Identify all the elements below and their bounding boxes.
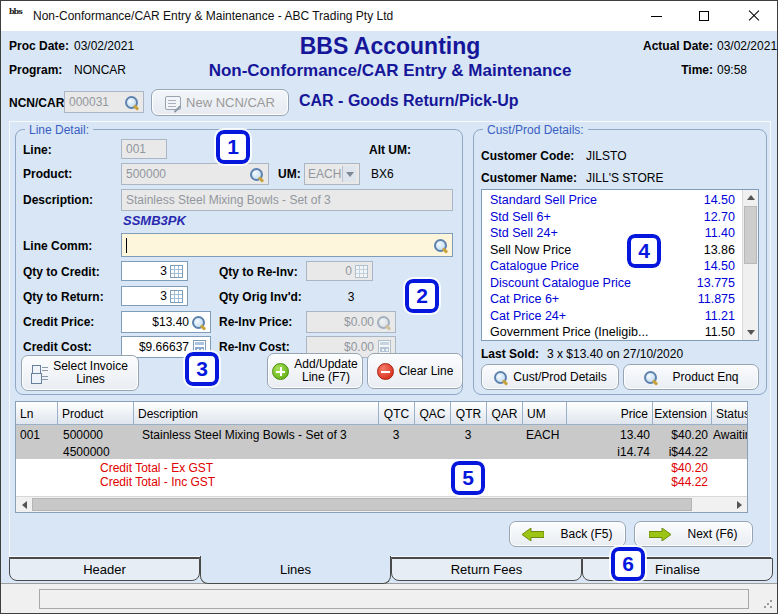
add-update-line-button[interactable]: Add/UpdateLine (F7)	[267, 353, 363, 389]
maximize-button[interactable]	[681, 1, 727, 31]
price-row[interactable]: Std Sell 24+11.40	[482, 225, 741, 242]
time-label: Time:	[633, 63, 713, 77]
search-icon	[643, 370, 658, 385]
price-search-icon[interactable]	[191, 315, 206, 330]
um-value: EACH	[308, 167, 341, 181]
qty-grid-icon[interactable]	[170, 265, 183, 278]
ncn-car-label: NCN/CAR:	[9, 96, 68, 110]
scroll-right-button[interactable]	[731, 497, 747, 512]
app-window: bbs Non-Conformance/CAR Entry & Maintena…	[0, 0, 778, 614]
cell-product: 500000	[63, 428, 129, 442]
tab-return-fees[interactable]: Return Fees	[391, 558, 582, 581]
next-button[interactable]: Next (F6)	[634, 521, 753, 547]
price-listbox[interactable]: Standard Sell Price14.50 Std Sell 6+12.7…	[481, 189, 759, 341]
triangle-up-icon	[747, 195, 755, 200]
ncn-car-input[interactable]: 000031	[64, 91, 144, 113]
scroll-down-button[interactable]	[743, 325, 759, 340]
cell-description: Stainless Steel Mixing Bowls - Set of 3	[142, 428, 378, 442]
scroll-left-button[interactable]	[16, 497, 32, 512]
annotation-1: 1	[216, 130, 250, 164]
annotation-5: 5	[451, 461, 485, 495]
product-label: Product:	[23, 167, 72, 181]
ncn-search-icon[interactable]	[124, 95, 139, 110]
scrollbar-thumb[interactable]	[744, 206, 757, 264]
qty-reinv-input[interactable]: 0	[306, 261, 373, 281]
col-header-price: Price	[566, 402, 652, 425]
new-ncn-car-button[interactable]: New NCN/CAR	[151, 89, 289, 116]
close-button[interactable]	[729, 1, 778, 31]
alt-um-label: Alt UM:	[369, 143, 411, 157]
credit-cost-label: Credit Cost:	[23, 340, 92, 354]
qty-credit-input[interactable]: 3	[121, 261, 188, 281]
cell-extension: $40.20	[652, 428, 708, 442]
price-row[interactable]: Sell Now Price13.86	[482, 242, 741, 259]
triangle-down-icon	[747, 330, 755, 335]
actual-date-label: Actual Date:	[633, 39, 713, 53]
chevron-down-icon[interactable]	[342, 166, 356, 182]
tab-header[interactable]: Header	[9, 558, 200, 581]
product-enq-button[interactable]: Product Enq	[623, 364, 759, 390]
price-row[interactable]: Standard Sell Price14.50	[482, 192, 741, 209]
price-row[interactable]: Cat Price 6+11.875	[482, 291, 741, 308]
cell-um: EACH	[526, 428, 566, 442]
arrow-left-icon	[522, 528, 544, 541]
last-sold-label: Last Sold:	[481, 347, 539, 361]
back-button[interactable]: Back (F5)	[509, 521, 626, 547]
description-input[interactable]: Stainless Steel Mixing Bowls - Set of 3	[121, 189, 453, 211]
triangle-right-icon	[737, 501, 742, 509]
cell-ln: 001	[20, 428, 56, 442]
add-update-line-label: Add/UpdateLine (F7)	[294, 358, 357, 384]
cell-extension2: i$44.22	[652, 445, 708, 459]
credit-price-value: $13.40	[152, 315, 189, 329]
time-value: 09:58	[717, 63, 747, 77]
um-label: UM:	[278, 167, 301, 181]
plus-circle-icon	[272, 363, 289, 380]
total-ex-gst-value: $40.20	[652, 461, 708, 475]
text-caret	[126, 238, 127, 253]
resize-grip-icon[interactable]	[763, 599, 773, 609]
line-comm-search-icon[interactable]	[433, 238, 448, 253]
customer-code-value: JILSTO	[586, 149, 626, 163]
alt-um-value: BX6	[371, 167, 394, 181]
clear-line-button[interactable]: Clear Line	[367, 353, 463, 389]
line-label: Line:	[23, 143, 52, 157]
price-list-scrollbar[interactable]	[742, 190, 758, 340]
um-select[interactable]: EACH	[304, 163, 360, 185]
price-row-partial[interactable]: Special Price Level 113.06	[482, 341, 741, 342]
scroll-up-button[interactable]	[743, 190, 759, 205]
annotation-4: 4	[627, 234, 661, 268]
tab-lines[interactable]: Lines	[200, 556, 391, 584]
price-row[interactable]: Cat Price 24+11.21	[482, 308, 741, 325]
total-inc-gst-label: Credit Total - Inc GST	[100, 475, 400, 489]
cust-prod-details-button[interactable]: Cust/Prod Details	[481, 364, 619, 390]
price-row[interactable]: Discount Catalogue Price13.775	[482, 275, 741, 292]
credit-price-input[interactable]: $13.40	[121, 311, 211, 333]
cust-prod-group-label: Cust/Prod Details:	[483, 123, 588, 137]
qty-return-input[interactable]: 3	[121, 286, 188, 306]
minimize-icon	[651, 16, 662, 17]
select-invoice-lines-button[interactable]: Select InvoiceLines	[21, 355, 139, 391]
total-inc-gst-value: $44.22	[652, 475, 708, 489]
maximize-icon	[699, 11, 709, 21]
table-h-scrollbar[interactable]	[16, 496, 747, 512]
price-row[interactable]: Government Price (Ineligib...11.50	[482, 324, 741, 341]
last-sold-value: 3 x $13.40 on 27/10/2020	[547, 347, 683, 361]
line-comm-input[interactable]	[121, 233, 453, 257]
line-input[interactable]: 001	[121, 139, 167, 159]
cell-qtr: 3	[450, 428, 486, 442]
price-row[interactable]: Std Sell 6+12.70	[482, 209, 741, 226]
price-list: Standard Sell Price14.50 Std Sell 6+12.7…	[482, 192, 741, 341]
product-search-icon[interactable]	[249, 167, 264, 182]
product-input[interactable]: 500000	[121, 163, 269, 185]
col-header-um: UM	[522, 402, 566, 425]
description-value: Stainless Steel Mixing Bowls - Set of 3	[126, 193, 331, 207]
qty-grid-icon[interactable]	[170, 290, 183, 303]
minimize-button[interactable]	[633, 1, 679, 31]
price-row[interactable]: Catalogue Price14.50	[482, 258, 741, 275]
triangle-left-icon	[22, 501, 27, 509]
new-document-icon	[165, 96, 181, 110]
scrollbar-thumb[interactable]	[32, 498, 692, 511]
status-bar	[1, 583, 777, 613]
app-icon: bbs	[9, 7, 27, 25]
reinv-price-input[interactable]: $0.00	[306, 311, 396, 333]
